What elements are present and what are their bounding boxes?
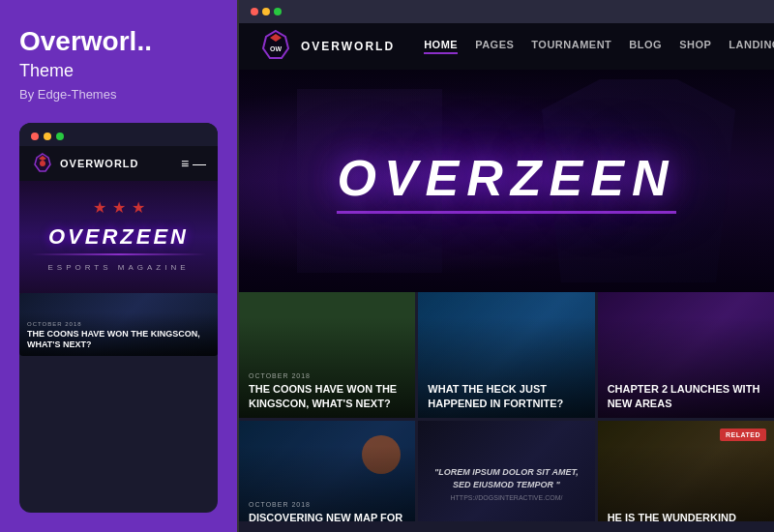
mobile-star-1: ★	[93, 198, 106, 217]
news-card-1-title: THE COONS HAVE WON THE KINGSCON, WHAT'S …	[249, 382, 405, 410]
mobile-logo-text: OVERWORLD	[60, 158, 139, 169]
news-grid-row2: OCTOBER 2018 DISCOVERING NEW MAP FOR SEA…	[239, 421, 774, 521]
browser-dot-red	[251, 8, 258, 15]
mobile-hero: ★ ★ ★ OVERZEEN ESPORTS MAGAZINE	[19, 181, 218, 293]
related-badge: RELATED	[720, 429, 766, 441]
news-card-4-title: DISCOVERING NEW MAP FOR SEASON 11	[249, 511, 405, 521]
browser-dot-green	[274, 8, 282, 15]
nav-link-home[interactable]: HOME	[424, 39, 458, 54]
news-card-3-content: CHAPTER 2 LAUNCHES WITH NEW AREAS	[598, 374, 774, 418]
site-logo-area[interactable]: OW OVERWORLD	[258, 29, 395, 64]
quote-url: HTTPS://DOGSINTERACTIVE.COM/	[427, 494, 585, 501]
news-card-2-title: WHAT THE HECK JUST HAPPENED IN FORTNITE?	[428, 382, 584, 410]
news-card-4-category: OCTOBER 2018	[249, 501, 405, 508]
browser-chrome	[239, 0, 774, 23]
mobile-star-2: ★	[112, 198, 126, 217]
news-grid-row1: OCTOBER 2018 THE COONS HAVE WON THE KING…	[239, 292, 774, 418]
mobile-hero-divider	[31, 253, 206, 255]
news-card-5-title: HE IS THE WUNDERKIND DRAGONCHILD NEEDED	[608, 511, 764, 521]
mobile-preview-card: OVERWORLD ≡ — ★ ★ ★ OVERZEEN ESPORTS MAG…	[19, 123, 218, 513]
mobile-news-card[interactable]: OCTOBER 2018 THE COONS HAVE WON THE KING…	[19, 293, 218, 356]
news-card-4-content: OCTOBER 2018 DISCOVERING NEW MAP FOR SEA…	[239, 493, 415, 521]
mobile-stars: ★ ★ ★	[93, 198, 145, 217]
quote-content: "LOREM IPSUM DOLOR SIT AMET, SED EIUSMOD…	[427, 466, 585, 501]
news-card-5[interactable]: HE IS THE WUNDERKIND DRAGONCHILD NEEDED …	[598, 421, 774, 521]
news-card-5-content: HE IS THE WUNDERKIND DRAGONCHILD NEEDED	[598, 503, 774, 521]
mobile-news-title: THE COONS HAVE WON THE KINGSCON, WHAT'S …	[27, 329, 210, 350]
site-logo-icon: OW	[258, 29, 293, 64]
mobile-topbar	[19, 123, 218, 146]
nav-link-shop[interactable]: SHOP	[679, 39, 711, 54]
site-hero: OVERZEEN	[239, 70, 774, 292]
dot-yellow	[44, 133, 51, 140]
site-nav-links: HOME PAGES TOURNAMENT BLOG SHOP LANDING	[424, 39, 774, 54]
news-card-1-content: OCTOBER 2018 THE COONS HAVE WON THE KING…	[239, 365, 415, 418]
dot-green	[56, 133, 64, 140]
news-card-3[interactable]: CHAPTER 2 LAUNCHES WITH NEW AREAS	[598, 292, 774, 418]
site-logo-text: OVERWORLD	[301, 40, 395, 53]
mobile-news-overlay: OCTOBER 2018 THE COONS HAVE WON THE KING…	[19, 317, 218, 356]
left-panel: Overworl.. Theme By Edge-Themes OVERWORL…	[0, 0, 237, 532]
nav-link-tournament[interactable]: TOURNAMENT	[531, 39, 611, 54]
news-card-3-title: CHAPTER 2 LAUNCHES WITH NEW AREAS	[608, 382, 764, 410]
nav-link-blog[interactable]: BLOG	[629, 39, 662, 54]
mobile-esports-text: ESPORTS MAGAZINE	[47, 263, 189, 272]
theme-title: Overworl..	[19, 27, 218, 57]
svg-point-2	[40, 161, 45, 166]
mobile-logo-icon	[31, 152, 54, 175]
theme-author: By Edge-Themes	[19, 87, 218, 102]
mobile-nav: OVERWORLD ≡ —	[19, 146, 218, 181]
news-card-2[interactable]: WHAT THE HECK JUST HAPPENED IN FORTNITE?	[418, 292, 594, 418]
website-container: OW OVERWORLD HOME PAGES TOURNAMENT BLOG …	[239, 23, 774, 521]
site-nav: OW OVERWORLD HOME PAGES TOURNAMENT BLOG …	[239, 23, 774, 70]
news-card-2-content: WHAT THE HECK JUST HAPPENED IN FORTNITE?	[418, 374, 594, 418]
quote-text: "LOREM IPSUM DOLOR SIT AMET, SED EIUSMOD…	[427, 466, 585, 490]
browser-dot-yellow	[262, 8, 270, 15]
mobile-news-category: OCTOBER 2018	[27, 321, 210, 327]
mobile-overzeen-text: OVERZEEN	[48, 224, 189, 250]
right-panel: OW OVERWORLD HOME PAGES TOURNAMENT BLOG …	[237, 0, 774, 532]
browser-dots	[251, 8, 282, 15]
dot-red	[31, 133, 39, 140]
news-card-1[interactable]: OCTOBER 2018 THE COONS HAVE WON THE KING…	[239, 292, 415, 418]
nav-link-pages[interactable]: PAGES	[475, 39, 514, 54]
theme-subtitle: Theme	[19, 61, 218, 81]
svg-text:OW: OW	[270, 45, 282, 52]
nav-link-landing[interactable]: LANDING	[729, 39, 774, 54]
mobile-logo-area: OVERWORLD	[31, 152, 139, 175]
news-card-4[interactable]: OCTOBER 2018 DISCOVERING NEW MAP FOR SEA…	[239, 421, 415, 521]
hero-title: OVERZEEN	[337, 149, 675, 214]
mobile-menu-icon: ≡ —	[181, 156, 206, 171]
news-card-1-category: OCTOBER 2018	[249, 372, 405, 379]
news-card-quote[interactable]: "LOREM IPSUM DOLOR SIT AMET, SED EIUSMOD…	[418, 421, 594, 521]
mobile-star-3: ★	[132, 198, 145, 217]
